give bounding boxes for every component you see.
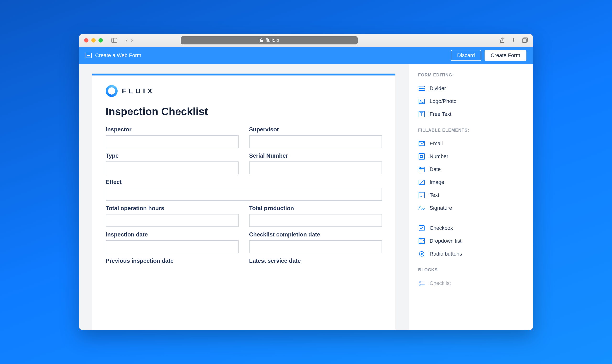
effect-input[interactable] [106, 188, 382, 201]
window-minimize-icon[interactable] [91, 38, 96, 42]
dropdown-icon [418, 237, 425, 245]
panel-section-form-editing: FORM EDITING: [418, 73, 524, 78]
create-form-button[interactable]: Create Form [485, 50, 526, 61]
field-effect: Effect [106, 179, 382, 201]
back-icon[interactable]: ‹ [126, 37, 128, 44]
panel-label: Checklist [430, 280, 451, 286]
panel-label: Image [430, 179, 444, 185]
divider-icon [418, 85, 425, 92]
field-total-operation-hours: Total operation hours [106, 205, 239, 227]
inspection-date-input[interactable] [106, 240, 239, 253]
inspector-input[interactable] [106, 135, 239, 148]
total-production-input[interactable] [249, 214, 382, 227]
side-panel: FORM EDITING: Divider Logo/Photo Free Te… [409, 64, 533, 330]
field-label: Previous inspection date [106, 258, 239, 264]
panel-label: Dropdown list [430, 238, 461, 244]
plus-icon[interactable]: + [512, 38, 516, 43]
checklist-completion-date-input[interactable] [249, 240, 382, 253]
browser-right-icons: + [500, 38, 528, 43]
field-label: Supervisor [249, 126, 382, 133]
free-text-icon [418, 111, 425, 118]
panel-item-checkbox[interactable]: Checkbox [418, 222, 524, 234]
field-label: Inspector [106, 126, 239, 133]
panel-label: Date [430, 166, 441, 172]
panel-item-dropdown[interactable]: Dropdown list [418, 234, 524, 247]
field-label: Total production [249, 205, 382, 212]
svg-rect-8 [420, 169, 421, 170]
field-label: Serial Number [249, 152, 382, 159]
url-text: fluix.io [266, 38, 279, 43]
panel-item-divider[interactable]: Divider [418, 82, 524, 95]
field-checklist-completion-date: Checklist completion date [249, 231, 382, 253]
serial-number-input[interactable] [249, 161, 382, 174]
radio-icon [418, 250, 425, 258]
svg-rect-1 [522, 39, 527, 42]
traffic-lights [84, 38, 103, 42]
sidebar-toggle-icon[interactable] [111, 38, 117, 43]
panel-item-radio[interactable]: Radio buttons [418, 247, 524, 260]
photo-icon [418, 98, 425, 105]
browser-window: ‹ › fluix.io + Create a Web Form Discard… [79, 34, 533, 330]
panel-item-date[interactable]: Date [418, 163, 524, 176]
panel-section-fillable: FILLABLE ELEMENTS: [418, 128, 524, 133]
form-title: Inspection Checklist [106, 105, 382, 117]
panel-item-number[interactable]: Number [418, 150, 524, 163]
panel-item-text[interactable]: Text [418, 189, 524, 202]
tabs-icon[interactable] [522, 38, 528, 43]
field-latest-service-date: Latest service date [249, 258, 382, 267]
brand-row: FLUIX [106, 85, 382, 97]
supervisor-input[interactable] [249, 135, 382, 148]
email-icon [418, 140, 425, 147]
form-icon [86, 53, 92, 58]
panel-item-free-text[interactable]: Free Text [418, 108, 524, 121]
panel-label: Signature [430, 205, 452, 211]
lock-icon [259, 38, 263, 42]
panel-label: Radio buttons [430, 251, 462, 257]
create-form-button-label: Create Form [491, 52, 520, 59]
field-serial-number: Serial Number [249, 152, 382, 174]
panel-item-email[interactable]: Email [418, 137, 524, 150]
svg-point-3 [420, 100, 421, 101]
url-bar[interactable]: fluix.io [181, 36, 358, 44]
panel-item-logo-photo[interactable]: Logo/Photo [418, 95, 524, 108]
panel-item-image[interactable]: Image [418, 176, 524, 189]
forward-icon[interactable]: › [131, 37, 133, 44]
canvas-area: FLUIX Inspection Checklist Inspector Sup… [79, 64, 409, 330]
total-operation-hours-input[interactable] [106, 214, 239, 227]
window-maximize-icon[interactable] [98, 38, 103, 42]
discard-button[interactable]: Discard [451, 50, 481, 61]
panel-item-signature[interactable]: Signature [418, 202, 524, 214]
field-previous-inspection-date: Previous inspection date [106, 258, 239, 267]
svg-rect-9 [422, 169, 422, 170]
panel-label: Checkbox [430, 225, 453, 231]
panel-item-checklist[interactable]: Checklist [418, 277, 524, 290]
panel-label: Text [430, 192, 439, 198]
window-close-icon[interactable] [84, 38, 88, 42]
type-input[interactable] [106, 161, 239, 174]
fluix-logo-icon [106, 85, 118, 97]
field-inspector: Inspector [106, 126, 239, 148]
panel-label: Logo/Photo [430, 98, 457, 104]
field-type: Type [106, 152, 239, 174]
checkbox-icon [418, 224, 425, 232]
svg-point-16 [419, 281, 421, 283]
form-canvas: FLUIX Inspection Checklist Inspector Sup… [92, 74, 395, 330]
share-icon[interactable] [500, 38, 505, 43]
field-label: Total operation hours [106, 205, 239, 212]
field-supervisor: Supervisor [249, 126, 382, 148]
app-body: FLUIX Inspection Checklist Inspector Sup… [79, 64, 533, 330]
svg-point-17 [419, 284, 421, 286]
svg-rect-6 [419, 154, 425, 159]
discard-button-label: Discard [457, 52, 475, 59]
checklist-icon [418, 280, 425, 287]
panel-section-blocks: BLOCKS [418, 268, 524, 273]
panel-label: Divider [430, 85, 446, 91]
image-icon [418, 179, 425, 186]
brand-name: FLUIX [122, 87, 155, 95]
app-header-right: Discard Create Form [451, 50, 526, 61]
field-label: Checklist completion date [249, 231, 382, 238]
field-label: Inspection date [106, 231, 239, 238]
browser-toolbar: ‹ › fluix.io + [79, 34, 533, 47]
field-inspection-date: Inspection date [106, 231, 239, 253]
field-label: Type [106, 152, 239, 159]
